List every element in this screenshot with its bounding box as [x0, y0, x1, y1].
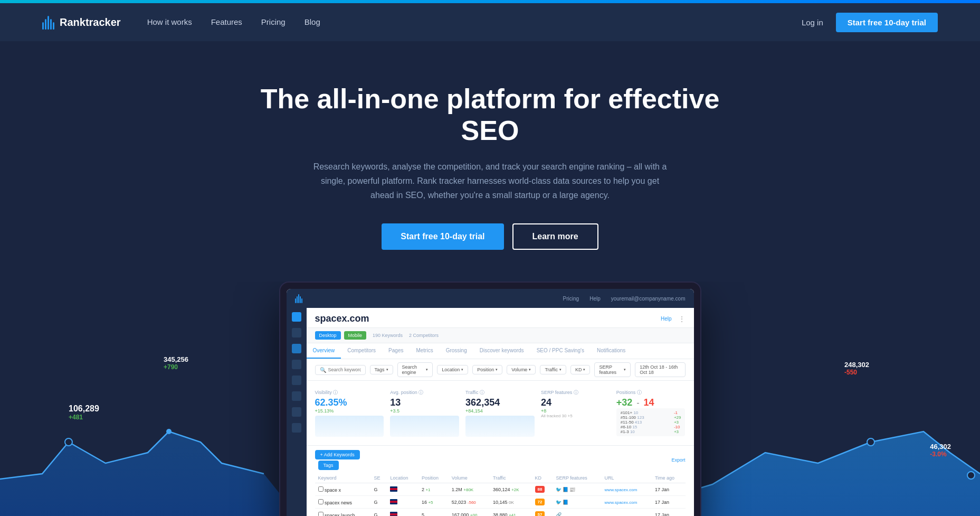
tab-overview[interactable]: Overview	[307, 343, 341, 359]
sidebar-icon-chart[interactable]	[292, 344, 301, 353]
logo[interactable]: Ranktracker	[42, 15, 121, 30]
sidebar-icon-users[interactable]	[292, 391, 301, 401]
th-volume: Volume	[449, 473, 490, 483]
th-position: Position	[418, 473, 449, 483]
logo-bar-4	[50, 19, 52, 30]
hero-subtitle: Research keywords, analyse the competiti…	[311, 160, 670, 203]
cell-serp-3: 🔗	[553, 509, 601, 516]
tab-pages[interactable]: Pages	[382, 343, 410, 359]
table-actions: + Add Keywords Tags Export	[315, 450, 686, 470]
hero-title: The all-in-one platform for effective SE…	[253, 83, 728, 147]
app-nav-help[interactable]: Help	[589, 296, 601, 302]
search-engine-filter[interactable]: Search engine	[397, 362, 433, 377]
stat-traffic: Traffic ⓘ 362,354 +84,154	[465, 386, 535, 440]
stat-visibility-change: +15.13%	[315, 408, 384, 414]
nav-item-pricing[interactable]: Pricing	[261, 17, 286, 27]
learn-more-button[interactable]: Learn more	[512, 223, 598, 250]
tags-button[interactable]: Tags	[318, 461, 339, 470]
cell-traffic-3: 38,880 +41	[490, 509, 531, 516]
tab-discover[interactable]: Discover keywords	[473, 343, 530, 359]
competitor-count: 2 Competitors	[409, 333, 439, 338]
row-checkbox-2[interactable]	[318, 499, 324, 504]
tab-competitors[interactable]: Competitors	[341, 343, 382, 359]
stat-avgpos-change: +3.5	[390, 408, 459, 414]
th-time: Time ago	[652, 473, 686, 483]
nav-item-how-it-works[interactable]: How it works	[147, 17, 192, 27]
sidebar-icon-file[interactable]	[292, 423, 301, 433]
app-nav: Pricing Help youremail@companyname.com	[287, 289, 694, 308]
logo-bar-5	[53, 22, 54, 30]
login-button[interactable]: Log in	[802, 18, 823, 27]
app-nav-user[interactable]: youremail@companyname.com	[611, 296, 686, 302]
row-checkbox-3[interactable]	[318, 512, 324, 516]
volume-filter[interactable]: Volume	[507, 365, 536, 374]
kd-filter[interactable]: KD	[570, 365, 591, 374]
cell-location-2	[387, 496, 418, 509]
more-options-icon[interactable]: ⋮	[678, 315, 686, 323]
serp-icons-1: 🐦 📘 📰	[556, 487, 575, 492]
twitter-icon: 🐦	[556, 487, 562, 492]
table-row: spacex news G 16 +5 52,023 -560 10,145 0…	[315, 496, 686, 509]
cell-serp-2: 🐦 📘	[553, 496, 601, 509]
positions-col1: #101+ 10 #51-100 123 #11-50 413 #6-10 15…	[621, 410, 644, 434]
sidebar-icon-search[interactable]	[292, 360, 301, 369]
search-input[interactable]	[328, 367, 361, 372]
cell-kd-2: 72	[532, 496, 553, 509]
nav-item-blog[interactable]: Blog	[305, 17, 320, 27]
sidebar-icon-dashboard[interactable]	[292, 312, 301, 322]
tabs-row: Desktop Mobile 190 Keywords 2 Competitor…	[307, 328, 694, 343]
nav-links: How it works Features Pricing Blog	[147, 17, 320, 27]
serp-icons-2: 🐦 📘	[556, 500, 568, 505]
add-keywords-button[interactable]: + Add Keywords	[315, 450, 360, 459]
cell-traffic-1: 360,124 +2K	[490, 483, 531, 496]
sidebar-icon-table[interactable]	[292, 376, 301, 385]
tab-notifications[interactable]: Notifications	[591, 343, 632, 359]
cell-volume-1: 1.2M +80K	[449, 483, 490, 496]
url-link-1[interactable]: www.spacex.com	[605, 487, 638, 492]
stat-serp-label: SERP features ⓘ	[541, 389, 610, 396]
serp-icons-3: 🔗	[556, 512, 562, 516]
positions-data: #101+ 10 #51-100 123 #11-50 413 #6-10 15…	[621, 410, 681, 434]
serp-features-filter[interactable]: SERP features	[594, 362, 631, 377]
date-range[interactable]: 12th Oct 18 - 16th Oct 18	[635, 362, 685, 377]
nav-item-features[interactable]: Features	[211, 17, 242, 27]
table-action-buttons: + Add Keywords Tags	[315, 450, 360, 470]
nav-left: Ranktracker How it works Features Pricin…	[42, 15, 320, 30]
traffic-filter[interactable]: Traffic	[540, 365, 566, 374]
trial-button-hero[interactable]: Start free 10-day trial	[382, 223, 503, 250]
cell-volume-3: 167,000 +00	[449, 509, 490, 516]
tags-filter[interactable]: Tags	[370, 365, 393, 374]
tab-metrics[interactable]: Metrics	[410, 343, 439, 359]
url-link-2[interactable]: www.spacex.com	[605, 500, 638, 505]
trial-button-nav[interactable]: Start free 10-day trial	[836, 13, 938, 32]
kd-badge-3: 57	[535, 511, 545, 516]
position-filter[interactable]: Position	[472, 365, 502, 374]
stat-visibility-chart	[315, 416, 384, 437]
th-serp: SERP features	[553, 473, 601, 483]
th-se: SE	[370, 473, 387, 483]
stat-visibility-label: Visibility ⓘ	[315, 389, 384, 396]
app-layout: spacex.com Help ⋮ Desktop Mobile 190 Key…	[287, 308, 694, 516]
tab-grossing[interactable]: Grossing	[440, 343, 473, 359]
domain-name[interactable]: spacex.com	[315, 313, 369, 324]
table-section: + Add Keywords Tags Export Keyword SE	[307, 446, 694, 516]
export-button[interactable]: Export	[671, 457, 685, 463]
news-icon: 📰	[569, 487, 575, 492]
tab-seo-ppc[interactable]: SEO / PPC Saving's	[530, 343, 591, 359]
flag-icon-3	[390, 512, 397, 516]
desktop-tab[interactable]: Desktop	[315, 331, 341, 340]
app-nav-pricing[interactable]: Pricing	[563, 296, 579, 302]
sidebar-icon-grid[interactable]	[292, 328, 301, 337]
row-checkbox-1[interactable]	[318, 486, 324, 492]
location-filter[interactable]: Location	[437, 365, 468, 374]
th-keyword: Keyword	[315, 473, 371, 483]
stat-serp-value: 24	[541, 397, 610, 408]
sidebar-icon-menu[interactable]	[292, 407, 301, 417]
share-tracking-button[interactable]: Help	[661, 316, 672, 322]
th-url: URL	[602, 473, 652, 483]
filter-bar: 🔍 Tags Search engine Location Position V…	[307, 359, 694, 381]
kd-badge-1: 88	[535, 486, 545, 493]
keyword-search[interactable]: 🔍	[315, 365, 366, 375]
mobile-tab[interactable]: Mobile	[344, 331, 367, 340]
cell-location-3	[387, 509, 418, 516]
